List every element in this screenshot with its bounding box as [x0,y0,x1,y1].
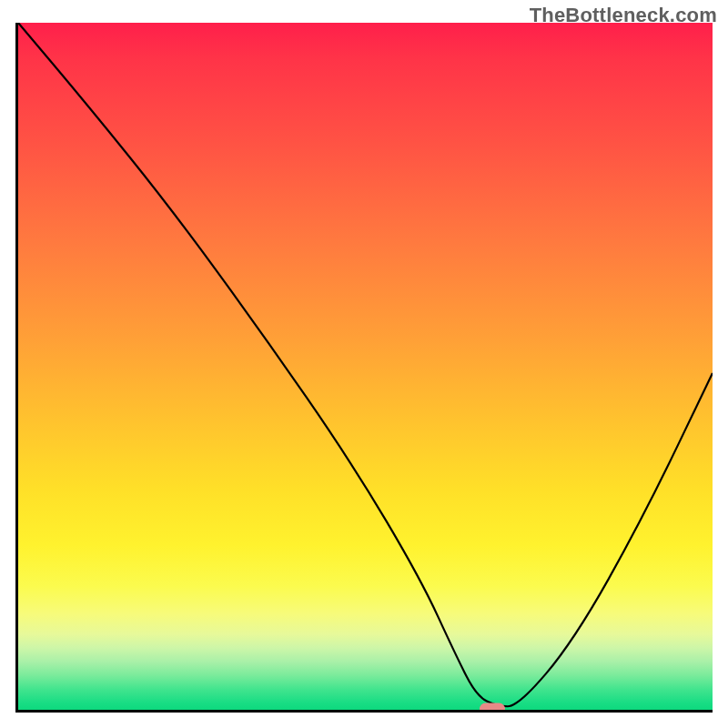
plot-area [15,23,713,713]
optimal-marker [480,703,505,713]
bottleneck-curve-svg [18,23,713,710]
bottleneck-curve-path [18,23,713,706]
chart-stage: TheBottleneck.com [0,0,728,728]
watermark-text: TheBottleneck.com [530,4,717,27]
